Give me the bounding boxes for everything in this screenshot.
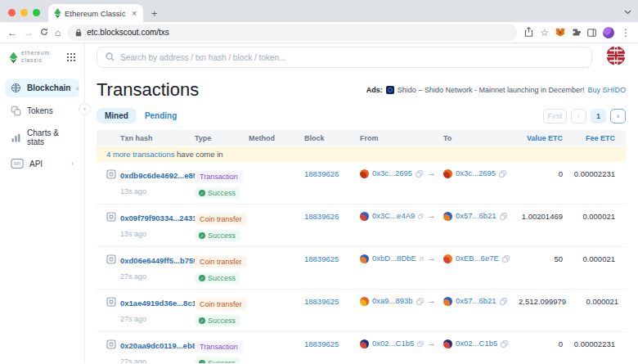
tab-close-icon[interactable]: × — [131, 9, 137, 18]
etc-logo[interactable]: ethereumclassic — [9, 50, 50, 65]
address-avatar — [443, 254, 452, 263]
search-input[interactable] — [120, 53, 583, 62]
close-window-button[interactable] — [8, 9, 16, 16]
sidebar-item-label: Blockchain — [27, 83, 70, 92]
address-avatar — [443, 297, 452, 306]
copy-icon[interactable] — [500, 298, 507, 305]
txn-hash-link[interactable]: 0xdb9c6de4692...e856 — [120, 171, 201, 180]
block-link[interactable]: 18839626 — [304, 169, 339, 178]
window-controls[interactable] — [0, 9, 48, 22]
from-address: 0x3C...e4A9 — [360, 210, 424, 221]
success-check-icon: ✓ — [199, 360, 205, 363]
pagination-first-button[interactable]: First — [543, 109, 568, 124]
apps-grid-icon[interactable] — [67, 50, 75, 65]
to-address: 0x57...6b21 — [443, 210, 515, 221]
reload-icon[interactable] — [40, 28, 48, 38]
col-header-method: Method — [249, 134, 301, 142]
copy-icon[interactable] — [416, 170, 423, 178]
block-link[interactable]: 18839625 — [304, 339, 339, 348]
forward-icon[interactable]: → — [24, 28, 34, 38]
from-address-link[interactable]: 0xbD...8DbE — [372, 254, 416, 263]
txn-status-badge: ✓Success — [195, 272, 240, 284]
search-box[interactable] — [97, 47, 592, 68]
address-avatar — [360, 339, 369, 348]
sidebar-item-blockchain[interactable]: Blockchain› — [5, 79, 79, 97]
copy-icon[interactable] — [418, 213, 424, 220]
txn-hash-link[interactable]: 0x20aa9dc0119...eb87 — [120, 341, 200, 350]
bookmark-star-icon[interactable]: ☆ — [540, 28, 549, 38]
from-address-link[interactable]: 0x02...C1b5 — [372, 339, 414, 348]
col-header-fee-etc[interactable]: Fee ETC — [566, 134, 615, 142]
address-avatar — [443, 169, 452, 178]
copy-icon[interactable] — [499, 170, 506, 178]
metamask-extension-icon[interactable] — [555, 25, 565, 40]
copy-icon[interactable] — [420, 255, 424, 263]
txn-fee: 0.00002231 — [566, 168, 615, 178]
from-address: 0xa9...893b — [360, 295, 424, 306]
url-text: etc.blockscout.com/txs — [87, 28, 169, 37]
ad-link[interactable]: Buy SHIDO — [587, 86, 626, 94]
tab-mined[interactable]: Mined — [97, 108, 137, 124]
tab-pending[interactable]: Pending — [137, 108, 185, 124]
copy-icon[interactable] — [417, 340, 424, 348]
table-header-row: Txn hash Type Method Block From To Value… — [97, 130, 626, 146]
to-address-link[interactable]: 0x3c...2695 — [456, 169, 496, 178]
arrow-right-icon: → — [427, 168, 440, 178]
side-panel-icon[interactable] — [587, 25, 596, 40]
block-link[interactable]: 18839626 — [304, 212, 339, 221]
browser-tab[interactable]: Ethereum Classic transactions × — [48, 4, 143, 22]
new-tab-button[interactable]: + — [143, 7, 166, 22]
txn-status-badge: ✓Success — [195, 315, 240, 326]
sidebar-item-api[interactable]: APIAPI› — [5, 155, 79, 173]
address-avatar — [360, 297, 369, 306]
from-address-link[interactable]: 0xa9...893b — [372, 296, 413, 306]
new-transactions-link[interactable]: 4 more transactions — [106, 150, 174, 159]
block-link[interactable]: 18839625 — [304, 254, 339, 263]
block-link[interactable]: 18839625 — [304, 297, 339, 306]
copy-icon[interactable] — [502, 255, 510, 263]
copy-icon[interactable] — [501, 340, 508, 348]
copy-icon[interactable] — [416, 298, 424, 305]
sidebar-collapse-button[interactable]: ‹ — [79, 103, 91, 115]
zoom-window-button[interactable] — [33, 9, 40, 16]
tab-title: Ethereum Classic transactions — [65, 9, 128, 18]
transaction-row: 0xd06e6449ff5...b75927s agoCoin transfer… — [97, 247, 626, 290]
extensions-puzzle-icon[interactable] — [572, 25, 581, 40]
txn-age: 13s ago — [120, 187, 191, 195]
txn-hash-link[interactable]: 0x09f79f90334...2431 — [120, 213, 197, 222]
txn-type-tag: Coin transfer — [195, 213, 247, 225]
to-address-link[interactable]: 0x57...6b21 — [456, 211, 496, 221]
copy-icon[interactable] — [500, 213, 507, 220]
minimize-window-button[interactable] — [20, 9, 28, 16]
txn-age: 27s ago — [120, 315, 191, 323]
etc-network-logo[interactable] — [606, 46, 626, 69]
address-bar[interactable]: etc.blockscout.com/txs — [67, 25, 518, 41]
to-address-link[interactable]: 0xEB...6e7E — [456, 254, 499, 263]
pagination-next-button[interactable]: › — [610, 109, 626, 124]
sidebar-item-tokens[interactable]: Tokens — [5, 101, 79, 120]
from-address-link[interactable]: 0x3C...e4A9 — [372, 211, 415, 221]
page-title: Transactions — [97, 79, 199, 101]
back-icon[interactable]: ← — [7, 28, 17, 38]
home-icon[interactable]: ⌂ — [55, 28, 61, 38]
browser-toolbar-icons: ☆ ⋮ — [524, 25, 631, 40]
from-address: 0x3c...2695 — [360, 168, 424, 178]
pagination-prev-button[interactable]: ‹ — [571, 109, 586, 124]
svg-text:API: API — [14, 161, 20, 166]
share-icon[interactable] — [524, 25, 533, 40]
browser-profile-avatar[interactable] — [603, 27, 614, 38]
window-chevron-icon[interactable] — [624, 3, 631, 18]
col-header-value-etc[interactable]: Value ETC — [519, 134, 563, 142]
to-address-link[interactable]: 0x57...6b21 — [456, 296, 496, 306]
lock-icon[interactable] — [75, 25, 82, 40]
browser-menu-kebab-icon[interactable]: ⋮ — [621, 28, 631, 38]
arrow-right-icon: → — [427, 253, 440, 263]
txn-hash-link[interactable]: 0x1ae4919d36e...8c19 — [120, 299, 200, 308]
address-avatar — [360, 212, 369, 221]
to-address-link[interactable]: 0x02...C1b5 — [456, 339, 497, 348]
to-address: 0xEB...6e7E — [443, 253, 515, 263]
txn-hash-link[interactable]: 0xd06e6449ff5...b759 — [120, 256, 198, 265]
sidebar-item-charts-stats[interactable]: Charts & stats — [5, 124, 79, 151]
sidebar-item-label: Tokens — [27, 106, 53, 115]
from-address-link[interactable]: 0x3c...2695 — [372, 169, 412, 178]
